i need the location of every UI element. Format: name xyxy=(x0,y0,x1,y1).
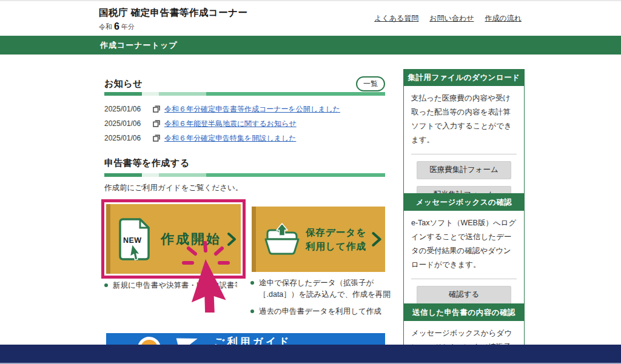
breadcrumb: 作成コーナートップ xyxy=(100,36,178,55)
page-title: 国税庁 確定申告書等作成コーナー xyxy=(99,7,248,19)
tax-year-number: 6 xyxy=(114,21,119,31)
divider xyxy=(411,279,517,279)
link-faq[interactable]: よくある質問 xyxy=(374,13,418,24)
tax-year-suffix: 年分 xyxy=(121,23,135,30)
folder-upload-icon xyxy=(263,223,301,256)
tax-year: 令和6年分 xyxy=(99,21,135,32)
news-row: 2025/01/06 令和６年分確定申告書等作成コーナーを公開しました xyxy=(104,102,385,116)
resume-button-label: 保存データを 利用して作成 xyxy=(306,225,366,254)
create-divider xyxy=(104,173,385,177)
resume-bullets: 途中で保存したデータ（拡張子が［.data］）を読み込んで、作成を再開 過去の申… xyxy=(250,277,397,322)
news-heading: お知らせ xyxy=(104,78,143,90)
tax-year-era: 令和 xyxy=(99,23,112,30)
new-badge: NEW xyxy=(123,236,142,245)
create-note: 作成前にご利用ガイドをご覧ください。 xyxy=(104,183,243,193)
news-divider xyxy=(104,92,385,96)
start-bullet-text: 新規に申告書や決算書・収支内訳書等を作成 xyxy=(113,280,237,291)
external-window-icon xyxy=(153,120,160,127)
confirm-button[interactable]: 確認する xyxy=(417,286,511,304)
create-heading: 申告書等を作成する xyxy=(104,157,190,169)
resume-button[interactable]: 保存データを 利用して作成 xyxy=(252,207,385,272)
divider xyxy=(411,154,517,154)
chevron-right-icon xyxy=(372,231,381,247)
sidebar-panel-title-sent-returns: 送信した申告書の内容の確認 xyxy=(403,304,525,321)
news-date: 2025/01/06 xyxy=(104,119,153,128)
chevron-right-icon xyxy=(227,232,236,247)
resume-bullet-text: 途中で保存したデータ（拡張子が［.data］）を読み込んで、作成を再開 xyxy=(259,277,397,301)
news-link[interactable]: 令和６年分確定申告書等作成コーナーを公開しました xyxy=(164,104,340,114)
resume-label-line2: 利用して作成 xyxy=(306,241,366,251)
sidebar: 集計用ファイルのダウンロード 支払った医療費の内容や受け取った配当等の内容を表計… xyxy=(403,69,525,364)
news-list-button[interactable]: 一覧 xyxy=(356,76,385,91)
bullet-dot xyxy=(250,309,254,313)
link-contact[interactable]: お問い合わせ xyxy=(429,13,474,24)
bottom-navy-bar xyxy=(0,345,621,363)
bullet-dot xyxy=(250,281,254,285)
resume-label-line1: 保存データを xyxy=(306,227,366,237)
medical-expense-form-button[interactable]: 医療費集計フォーム xyxy=(417,161,511,179)
news-date: 2025/01/06 xyxy=(104,134,153,142)
sidebar-panel-title-messagebox: メッセージボックスの確認 xyxy=(403,194,525,211)
start-bullets: 新規に申告書や決算書・収支内訳書等を作成 xyxy=(104,280,241,296)
header-links: よくある質問 お問い合わせ 作成の流れ xyxy=(374,13,522,24)
dividend-form-button[interactable]: 配当集計フォーム xyxy=(417,186,511,194)
start-button-highlight-frame: NEW 作成開始 xyxy=(101,199,246,279)
start-button-label: 作成開始 xyxy=(161,230,221,248)
start-button[interactable]: NEW 作成開始 xyxy=(106,204,241,274)
news-date: 2025/01/06 xyxy=(104,105,153,113)
sidebar-panel-body-text: e-Taxソフト（WEB版）へログインすることで送信したデータの受付結果の確認や… xyxy=(404,211,524,274)
sidebar-panel-title-download: 集計用ファイルのダウンロード xyxy=(403,69,525,86)
external-window-icon xyxy=(153,134,160,142)
resume-bullet-text: 過去の申告書データを利用して作成 xyxy=(259,306,381,317)
page: 国税庁 確定申告書等作成コーナー 令和6年分 よくある質問 お問い合わせ 作成の… xyxy=(0,0,621,364)
nav-bar: 作成コーナートップ xyxy=(0,36,621,55)
new-document-icon: NEW xyxy=(116,217,150,261)
sidebar-panel-download: 支払った医療費の内容や受け取った配当等の内容を表計算ソフトで入力することができま… xyxy=(403,86,525,194)
sidebar-panel-body-text: 支払った医療費の内容や受け取った配当等の内容を表計算ソフトで入力することができま… xyxy=(404,86,524,149)
news-link[interactable]: 令和６年分確定申告特集を開設しました xyxy=(164,133,296,144)
sidebar-panel-messagebox: e-Taxソフト（WEB版）へログインすることで送信したデータの受付結果の確認や… xyxy=(403,211,525,304)
external-window-icon xyxy=(153,105,160,113)
news-link[interactable]: 令和６年能登半島地震に関するお知らせ xyxy=(164,119,297,129)
news-row: 2025/01/06 令和６年能登半島地震に関するお知らせ xyxy=(104,116,385,131)
news-list: 2025/01/06 令和６年分確定申告書等作成コーナーを公開しました 2025… xyxy=(104,102,385,145)
link-flow[interactable]: 作成の流れ xyxy=(485,13,522,24)
bullet-dot xyxy=(104,283,108,287)
news-row: 2025/01/06 令和６年分確定申告特集を開設しました xyxy=(104,131,385,145)
